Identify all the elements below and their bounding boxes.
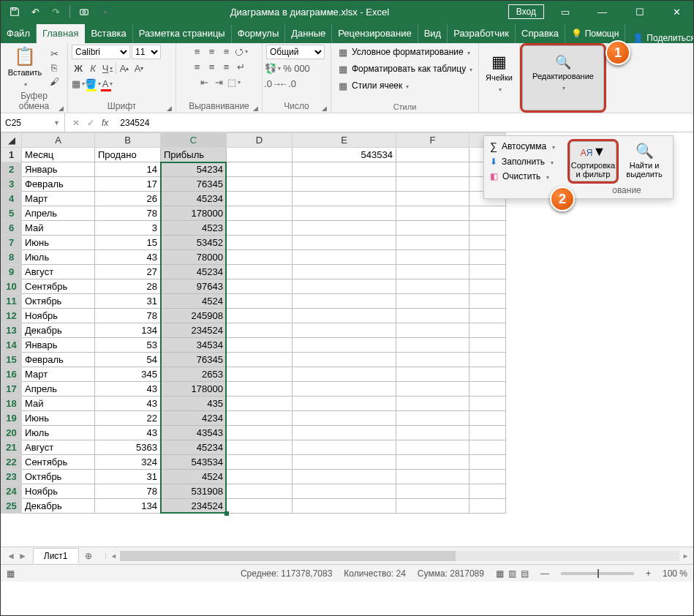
cell[interactable] [396,323,469,338]
cell[interactable]: Ноябрь [22,484,95,499]
cell[interactable]: Декабрь [22,323,95,338]
sort-filter-button[interactable]: АЯ▼ Сортировка и фильтр [567,139,619,184]
col-header-B[interactable]: B [95,133,161,148]
undo-icon[interactable]: ↶ [29,5,42,18]
cell[interactable]: 97643 [161,279,227,294]
minimize-icon[interactable]: — [586,7,619,18]
cell[interactable]: Декабрь [22,499,95,514]
cell[interactable]: 178000 [161,206,227,221]
qat-more-icon[interactable] [98,5,111,18]
camera-icon[interactable] [78,5,91,18]
cell[interactable] [396,206,469,221]
cell[interactable]: Апрель [22,382,95,397]
cell[interactable]: 26 [95,192,161,206]
cell[interactable] [293,221,396,236]
close-icon[interactable]: ✕ [660,7,693,18]
cell[interactable]: 76345 [161,177,227,192]
align-top-icon[interactable]: ≡ [191,45,204,58]
cell[interactable] [293,499,396,514]
editing-button[interactable]: 🔍Редактирование [543,54,584,92]
cell[interactable] [293,382,396,397]
comma-icon[interactable]: 000 [295,61,309,75]
view-page-layout-icon[interactable]: ▥ [508,568,516,579]
shrink-font-icon[interactable]: A▾ [132,61,146,75]
border-icon[interactable]: ▦ [72,77,85,90]
cell[interactable]: 45234 [161,192,227,206]
row-header[interactable]: 7 [1,236,22,250]
cell[interactable]: Месяц [22,148,95,162]
cut-icon[interactable]: ✂ [48,47,61,60]
cell[interactable] [396,236,469,250]
horizontal-scrollbar[interactable]: ⋮ ◄ ► [98,551,693,561]
cell[interactable]: 31 [95,294,161,309]
cell[interactable] [396,397,469,411]
cell[interactable]: 178000 [161,382,227,397]
cell[interactable] [469,250,506,265]
cell[interactable]: 22 [95,411,161,426]
align-middle-icon[interactable]: ≡ [205,45,219,58]
cell[interactable]: Октябрь [22,470,95,484]
bold-button[interactable]: Ж [72,61,85,75]
cell[interactable]: 54 [95,353,161,367]
cell[interactable] [293,177,396,192]
cell[interactable]: 54234 [161,162,227,177]
row-header[interactable]: 22 [1,455,22,470]
cell[interactable]: Продано [95,148,161,162]
cell[interactable] [293,411,396,426]
cell[interactable] [396,265,469,279]
cell[interactable]: 324 [95,455,161,470]
cell[interactable] [396,294,469,309]
cell[interactable] [396,484,469,499]
cell[interactable] [227,353,293,367]
cell[interactable] [469,279,506,294]
cell[interactable] [396,250,469,265]
cell[interactable]: Январь [22,162,95,177]
cell[interactable] [396,221,469,236]
cell[interactable]: Август [22,440,95,455]
cell[interactable]: 78 [95,309,161,323]
cell[interactable]: Февраль [22,353,95,367]
cell[interactable] [469,206,506,221]
cell[interactable] [293,484,396,499]
cell[interactable] [469,455,506,470]
cell[interactable] [293,279,396,294]
tab-data[interactable]: Данные [285,24,332,43]
cell[interactable] [469,470,506,484]
row-header[interactable]: 14 [1,338,22,353]
save-icon[interactable] [8,5,21,18]
cell[interactable]: 43 [95,426,161,440]
conditional-formatting-button[interactable]: ▦Условное форматирование [335,45,472,59]
row-header[interactable]: 19 [1,411,22,426]
cell[interactable] [396,338,469,353]
grow-font-icon[interactable]: A▴ [118,61,131,75]
cell[interactable] [293,309,396,323]
row-header[interactable]: 23 [1,470,22,484]
cell[interactable] [227,426,293,440]
format-painter-icon[interactable]: 🖌 [48,75,61,88]
font-size-select[interactable]: 11 [132,45,161,59]
cell[interactable]: 28 [95,279,161,294]
cell[interactable] [396,411,469,426]
cell[interactable]: 43 [95,250,161,265]
cell[interactable] [227,236,293,250]
paste-button[interactable]: 📋 Вставить [4,46,45,89]
ribbon-options-icon[interactable]: ▭ [548,7,581,18]
row-header[interactable]: 20 [1,426,22,440]
name-box[interactable]: C25▼ [1,113,65,132]
cell-styles-button[interactable]: ▦Стили ячеек [335,78,410,93]
tab-file[interactable]: Файл [1,24,37,43]
cell[interactable] [293,426,396,440]
cell[interactable] [227,250,293,265]
tab-insert[interactable]: Вставка [85,24,132,43]
underline-button[interactable]: Ч [101,61,114,75]
cell[interactable] [469,265,506,279]
cell[interactable]: 43 [95,397,161,411]
cell[interactable] [293,323,396,338]
cell[interactable]: Июль [22,426,95,440]
row-header[interactable]: 12 [1,309,22,323]
cell[interactable] [293,470,396,484]
cell[interactable]: Апрель [22,206,95,221]
italic-button[interactable]: К [86,61,99,75]
cell[interactable] [227,397,293,411]
cell[interactable]: 345 [95,367,161,382]
